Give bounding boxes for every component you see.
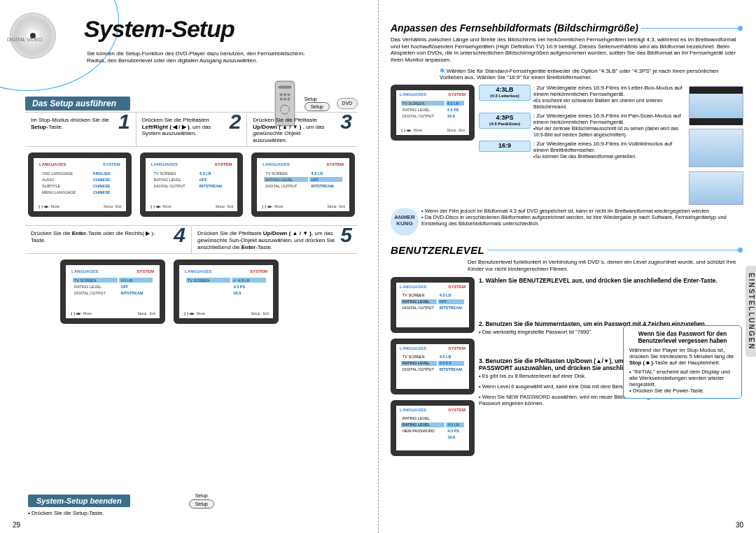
intro-text: Sie können die Setup-Funktion des DVD-Pl… [87,50,311,64]
section-title-aspect: Anpassen des Fernsehbildformats (Bildsch… [391,22,638,34]
steps-grid: 1 Im Stop-Modus drücken Sie die Setup-Ta… [25,112,358,332]
option-169-badge: 16:9 [479,141,531,152]
section-title-benutzerlevel: BENUTZERLEVEL [391,244,484,256]
page-right: Anpassen des Fernsehbildformats (Bildsch… [378,0,756,533]
aspect-options: LANGUAGESSYSTEM TV SCREEN4:3 LB RATING L… [391,85,743,205]
benutz-tv-2: LANGUAGESSYSTEM TV SCREEN4:3 LB RATING L… [391,339,475,395]
aspect-intro: Das Verhältnis zwischen Länge und Breite… [391,36,743,63]
preview-wide [689,171,743,205]
svg-point-3 [284,93,286,96]
page-number-right: 30 [736,521,743,529]
disc-label: DIGITAL VIDEO [7,37,42,42]
side-tab-einstellungen: EINSTELLUNGEN [746,266,756,357]
preview-letterbox [689,86,743,125]
step-5: 5 Drücken Sie die Pfeiltaste Up/Down ( ▲… [191,226,358,253]
svg-point-4 [287,93,290,96]
svg-point-2 [279,93,282,96]
svg-point-7 [287,98,290,101]
svg-point-5 [279,98,282,101]
anmerkung-badge: ANMER KUNG [391,208,419,236]
benutz-step-1: 1. Wählen Sie BENUTZERLEVEL aus, und drü… [479,277,743,284]
benutzerlevel-intro: Der Benutzerlevel funktioniert in Verbin… [391,259,743,272]
finish-area: System-Setup beenden Setup Setup • Drück… [28,492,315,516]
finish-text: • Drücken Sie die Setup-Taste. [28,510,315,516]
svg-point-6 [284,98,286,101]
osd-tv-2: LANGUAGESSYSTEM TV SCREEN4:3 LB RATING L… [140,152,244,217]
benutz-tv-3: LANGUAGESSYSTEM RATING LEVEL RATING LEVE… [391,400,475,456]
osd-tv-3: LANGUAGESSYSTEM TV SCREEN4:3 LB RATING L… [251,152,355,217]
page-title-left: System-Setup [84,15,234,43]
step-1: 1 Im Stop-Modus drücken Sie die Setup-Ta… [25,113,136,146]
osd-tv-1: LANGUAGESSYSTEM OSD LANGUAGEENGLISH AUDI… [28,152,132,217]
option-43ps-badge: 4:3PS(4:3 Pan&Scan) [479,113,531,128]
step-3: 3 Drücken Sie die Pfeiltaste Up/Down ( ▲… [246,113,358,146]
step-4: 4 Drücken Sie die Enter-Taste oder die R… [25,226,191,253]
password-forgot-box: Wenn Sie das Passwort für den Benutzerle… [623,325,742,399]
setup-button-hint: Setup Setup [304,96,330,111]
finish-heading: System-Setup beenden [28,495,130,507]
aspect-preview-photos [689,85,743,205]
das-setup-heading: Das Setup ausführen [25,97,130,111]
page-left: DIGITAL VIDEO System-Setup Sie können di… [0,0,378,533]
osd-tv-4: LANGUAGESSYSTEM TV SCREEN4:3 LB RATING L… [60,260,165,324]
svg-rect-1 [278,86,291,89]
anmerkung-block: ANMER KUNG • Wenn der Film jedoch im Bil… [391,208,743,236]
finish-setup-pill: Setup Setup [189,492,214,509]
preview-panscan [689,129,743,167]
aspect-osd-tv: LANGUAGESSYSTEM TV SCREEN4:3 LB RATING L… [391,85,475,205]
option-43lb-badge: 4:3LB(4:3 Letterbox) [479,85,531,100]
aspect-star-note: ✱Wählen Sie für Standard-Fernsehgeräte e… [391,67,743,80]
page-number-left: 29 [13,521,20,529]
star-icon: ✱ [440,67,445,74]
osd-tv-5: LANGUAGESSYSTEM TV SCREEN✓ 4:3 LB 4:3 PS… [174,260,279,324]
benutz-tv-1: LANGUAGESSYSTEM TV SCREEN4:3 LB RATING L… [391,277,475,333]
step-2: 2 Drücken Sie die Pfeiltasten Left/Right… [136,113,247,146]
dvd-badge: DVD [337,98,358,109]
